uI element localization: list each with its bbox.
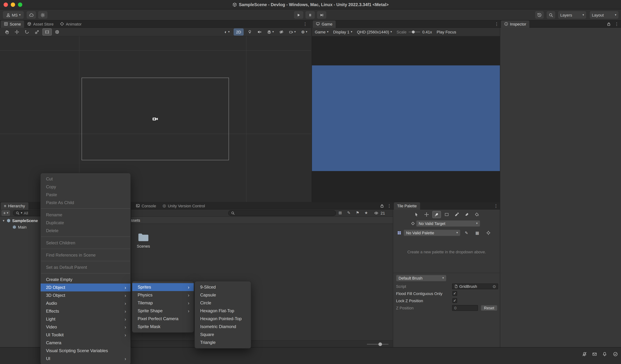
tile-box-fill-tool[interactable] (442, 211, 451, 218)
lock-icon[interactable] (380, 204, 384, 208)
menu-item-isometric-diamond[interactable]: Isometric Diamond (195, 323, 251, 330)
scale-slider[interactable] (409, 30, 420, 34)
flood-fill-checkbox[interactable]: ✓ (452, 291, 457, 296)
settings-gear-button[interactable] (38, 11, 47, 19)
messages-icon[interactable] (592, 352, 597, 356)
tab-inspector[interactable]: Inspector (501, 20, 530, 28)
resolution-dropdown[interactable]: QHD (2560x1440) ▾ (357, 30, 392, 34)
project-menu-icon[interactable]: ⋮ (387, 204, 391, 208)
thumbnail-slider-knob[interactable] (379, 343, 382, 346)
menu-item-3d-object[interactable]: 3D Object› (41, 291, 130, 299)
script-object-field[interactable]: GridBrush ⊙ (452, 283, 498, 289)
menu-item-triangle[interactable]: Triangle (195, 338, 251, 347)
scene-lighting-toggle[interactable] (246, 28, 253, 35)
menu-item-audio[interactable]: Audio› (41, 299, 130, 307)
create-object-button[interactable]: + ▾ (1, 210, 10, 216)
grid-toggle-button[interactable]: ▦ (473, 229, 481, 236)
focus-palette-button[interactable] (484, 229, 493, 236)
rotate-tool[interactable] (22, 28, 32, 35)
tab-asset-store[interactable]: Asset Store (24, 20, 57, 28)
pause-button[interactable] (306, 11, 315, 19)
menu-item-ui[interactable]: UI› (41, 355, 130, 363)
game-view-dropdown[interactable]: Game ▾ (315, 30, 328, 34)
tab-game[interactable]: Game (313, 20, 336, 28)
inspector-menu-icon[interactable]: ⋮ (615, 22, 619, 26)
lock-z-checkbox[interactable]: ✓ (452, 298, 457, 303)
tile-fill-tool[interactable] (473, 211, 481, 218)
transform-tool[interactable] (52, 28, 62, 35)
menu-item-capsule[interactable]: Capsule (195, 291, 251, 299)
menu-item-ui-toolkit[interactable]: UI Toolkit› (41, 331, 130, 339)
menu-item-2d-object[interactable]: 2D Object› (41, 283, 130, 291)
shading-mode-dropdown[interactable]: ◐ ▾ (223, 28, 231, 35)
palette-dropdown[interactable]: No Valid Palette ▾ (404, 230, 460, 236)
folder-item-scenes[interactable]: Scenes (132, 232, 155, 256)
scene-camera-dropdown[interactable]: ▾ (288, 28, 297, 35)
menu-item-hexagon-pointed-top[interactable]: Hexagon Pointed-Top (195, 315, 251, 323)
object-picker-icon[interactable]: ⊙ (493, 284, 496, 289)
tab-tile-palette[interactable]: Tile Palette (394, 202, 420, 209)
move-tool[interactable] (12, 28, 22, 35)
hidden-packages-eye-icon[interactable] (374, 211, 379, 215)
edit-palette-button[interactable]: ✎ (463, 229, 470, 236)
scene-effects-dropdown[interactable]: ▾ (266, 28, 275, 35)
menu-item-video[interactable]: Video› (41, 323, 130, 331)
rect-tool[interactable] (42, 28, 52, 35)
tab-unity-version-control[interactable]: ◎ Unity Version Control (159, 202, 208, 209)
reset-button[interactable]: Reset (481, 305, 497, 311)
scene-panel-menu-icon[interactable]: ⋮ (303, 22, 307, 26)
tile-move-tool[interactable] (422, 211, 431, 218)
menu-item-pixel-perfect-camera[interactable]: Pixel Perfect Camera (132, 315, 194, 323)
slider-knob[interactable] (412, 30, 415, 33)
undo-history-button[interactable] (535, 11, 544, 19)
game-panel-menu-icon[interactable]: ⋮ (495, 22, 499, 26)
menu-item-9-sliced[interactable]: 9-Sliced (195, 283, 251, 291)
tile-palette-menu-icon[interactable]: ⋮ (494, 204, 498, 208)
cloud-services-button[interactable] (27, 11, 36, 19)
search-by-label-icon[interactable]: ⚑ (356, 210, 359, 215)
display-dropdown[interactable]: Display 1 ▾ (333, 30, 352, 34)
edit-filter-icon[interactable]: ✎ (347, 210, 350, 215)
tile-eraser-tool[interactable] (463, 211, 471, 218)
save-search-icon[interactable]: ★ (364, 210, 368, 215)
menu-item-hexagon-flat-top[interactable]: Hexagon Flat-Top (195, 307, 251, 315)
tab-scene[interactable]: Scene (1, 20, 24, 28)
menu-item-circle[interactable]: Circle (195, 299, 251, 307)
tile-brush-tool[interactable] (432, 211, 441, 218)
scale-tool[interactable] (32, 28, 42, 35)
2d-mode-toggle[interactable]: 2D (234, 28, 244, 35)
alerts-bell-icon[interactable] (602, 352, 607, 356)
camera-gizmo-icon[interactable] (152, 117, 158, 121)
step-button[interactable] (317, 11, 326, 19)
menu-item-sprite-shape[interactable]: Sprite Shape› (132, 307, 194, 315)
tab-hierarchy[interactable]: ≡ Hierarchy (1, 202, 28, 209)
tile-picker-tool[interactable] (452, 211, 461, 218)
play-button[interactable] (294, 11, 303, 19)
menu-item-light[interactable]: Light› (41, 315, 130, 323)
scene-audio-toggle[interactable] (256, 28, 263, 35)
global-search-button[interactable] (547, 11, 555, 19)
menu-item-create-empty[interactable]: Create Empty (41, 276, 130, 283)
account-dropdown[interactable]: MS ▾ (3, 11, 24, 19)
foldout-icon[interactable]: ▼ (2, 219, 5, 222)
project-search-input[interactable] (228, 210, 336, 216)
layers-dropdown[interactable]: Layers ▾ (558, 11, 586, 19)
search-by-type-icon[interactable]: ⊞ (339, 210, 342, 215)
active-target-dropdown[interactable]: No Valid Target ▾ (416, 220, 480, 227)
menu-item-sprite-mask[interactable]: Sprite Mask (132, 323, 194, 330)
notifications-muted-icon[interactable] (582, 352, 587, 356)
view-hand-tool[interactable] (2, 28, 12, 35)
tab-console[interactable]: Console (133, 202, 159, 209)
menu-item-visual-scripting-scene-variables[interactable]: Visual Scripting Scene Variables (41, 347, 130, 355)
menu-item-sprites[interactable]: Sprites› (132, 283, 194, 291)
scene-visibility-toggle[interactable] (278, 28, 285, 35)
lock-icon[interactable] (607, 22, 611, 26)
menu-item-square[interactable]: Square (195, 330, 251, 338)
status-ok-icon[interactable] (613, 352, 618, 356)
menu-item-camera[interactable]: Camera (41, 339, 130, 347)
play-focus-dropdown[interactable]: Play Focus (437, 30, 456, 34)
menu-item-physics[interactable]: Physics› (132, 291, 194, 299)
menu-item-effects[interactable]: Effects› (41, 307, 130, 315)
brush-dropdown[interactable]: Default Brush ▾ (396, 275, 446, 281)
z-position-input[interactable]: 0 (452, 305, 478, 311)
